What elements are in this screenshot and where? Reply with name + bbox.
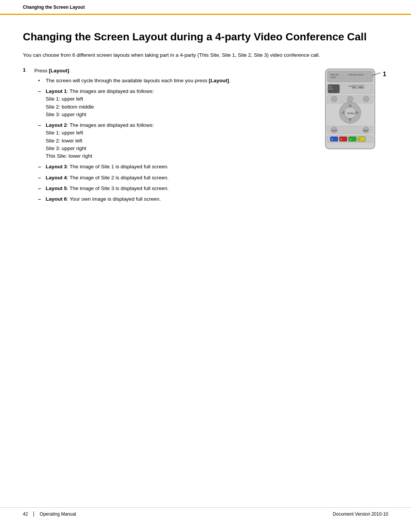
dash-symbol-5: – <box>38 185 43 192</box>
layout2-label: Layout 2 <box>46 122 67 128</box>
dash-symbol-4: – <box>38 174 43 182</box>
footer-right-text: Document Version 2010-10 <box>333 511 388 517</box>
dash-content-layout6: Layout 6: Your own image is displayed fu… <box>46 195 301 203</box>
bullet-list: • The screen will cycle through the avai… <box>38 77 301 85</box>
layout4-text: : The image of Site 2 is displayed full … <box>67 175 169 181</box>
bullet-dot: • <box>38 77 43 85</box>
dash-content-layout3: Layout 3: The image of Site 1 is display… <box>46 163 301 171</box>
svg-text:Video: Video <box>328 86 333 88</box>
footer-label: Operating Manual <box>40 511 76 517</box>
dash-item-layout4: – Layout 4: The image of Site 2 is displ… <box>38 174 301 182</box>
svg-text:B: B <box>331 138 333 141</box>
dash-content-layout4: Layout 4: The image of Site 2 is display… <box>46 174 301 182</box>
layout1-detail2: Site 2: bottom middle <box>46 104 94 110</box>
image-area: 1 Video Out On/Off FullScreen Layout <box>312 67 388 143</box>
layout2-detail4: This Site: lower right <box>46 153 92 159</box>
svg-text:Layout: Layout <box>358 73 364 76</box>
remote-control-svg: Video Out On/Off FullScreen Layout PC Ca… <box>320 67 381 151</box>
dash-content-layout1: Layout 1: The images are displayed as fo… <box>46 88 301 118</box>
footer-left: 42 Operating Manual <box>23 511 76 517</box>
layout2-detail3: Site 3: upper right <box>46 145 86 151</box>
layout2-detail2: Site 2: lower left <box>46 138 82 144</box>
svg-text:G: G <box>350 138 352 141</box>
svg-text:Enter: Enter <box>347 112 355 115</box>
layout2-text: : The images are displayed as follows: <box>67 122 154 128</box>
layout6-label: Layout 6 <box>46 196 67 202</box>
footer-divider <box>33 511 34 517</box>
dash-symbol-2: – <box>38 121 43 129</box>
layout1-text: : The images are displayed as follows: <box>67 88 154 94</box>
svg-text:Home: Home <box>331 129 338 132</box>
dash-item-layout6: – Layout 6: Your own image is displayed … <box>38 195 301 203</box>
layout-bold: [Layout] <box>49 68 69 73</box>
dash-symbol-1: – <box>38 88 43 95</box>
step-text-1: Press [Layout]. <box>34 67 301 75</box>
bullet-text-1: The screen will cycle through the availa… <box>46 77 230 85</box>
dash-item-layout5: – Layout 5: The image of Site 3 is displ… <box>38 185 301 192</box>
page-footer: 42 Operating Manual Document Version 201… <box>0 507 411 521</box>
dash-list: – Layout 1: The images are displayed as … <box>38 88 301 203</box>
step-content-1: Press [Layout]. • The screen will cycle … <box>34 67 301 206</box>
intro-paragraph: You can choose from 6 different screen l… <box>23 51 388 59</box>
dash-item-layout2: – Layout 2: The images are displayed as … <box>38 121 301 160</box>
bullet-item-1: • The screen will cycle through the avai… <box>38 77 301 85</box>
layout3-text: : The image of Site 1 is displayed full … <box>67 164 169 169</box>
dash-item-layout1: – Layout 1: The images are displayed as … <box>38 88 301 118</box>
step-number-1: 1 <box>23 67 30 206</box>
image-number-label: 1 <box>383 71 386 78</box>
svg-point-21 <box>331 96 337 102</box>
header-title: Changing the Screen Layout <box>23 5 85 10</box>
dash-item-layout3: – Layout 3: The image of Site 1 is displ… <box>38 163 301 171</box>
header-bar: Changing the Screen Layout <box>0 0 411 15</box>
footer-right: Document Version 2010-10 <box>333 511 388 517</box>
svg-text:Source: Source <box>328 88 333 90</box>
layout3-label: Layout 3 <box>46 164 67 169</box>
dash-content-layout2: Layout 2: The images are displayed as fo… <box>46 121 301 160</box>
remote-control-image: 1 Video Out On/Off FullScreen Layout <box>320 67 381 143</box>
dash-content-layout5: Layout 5: The image of Site 3 is display… <box>46 185 301 192</box>
main-content: Changing the Screen Layout during a 4-pa… <box>0 15 411 233</box>
svg-text:Main: Main <box>359 86 363 88</box>
svg-text:On/Off: On/Off <box>330 76 336 78</box>
svg-point-23 <box>363 96 369 102</box>
dash-symbol-3: – <box>38 163 43 171</box>
page-title: Changing the Screen Layout during a 4-pa… <box>23 30 388 44</box>
page-container: Changing the Screen Layout Changing the … <box>0 0 411 532</box>
footer-page-number: 42 <box>23 511 28 517</box>
layout1-detail3: Site 3: upper right <box>46 112 86 117</box>
layout4-label: Layout 4 <box>46 175 67 181</box>
layout5-label: Layout 5 <box>46 185 67 191</box>
layout6-text: : Your own image is displayed full scree… <box>67 196 161 202</box>
svg-text:Video Out: Video Out <box>330 73 339 76</box>
svg-text:Std: Std <box>352 86 355 88</box>
svg-text:R: R <box>341 138 342 141</box>
svg-text:Y: Y <box>359 138 360 141</box>
layout2-detail1: Site 1: upper left <box>46 130 83 136</box>
dash-symbol-6: – <box>38 195 43 203</box>
svg-text:FullScreen: FullScreen <box>348 73 357 76</box>
text-content: 1 Press [Layout]. • The screen will <box>23 67 301 210</box>
step-item-1: 1 Press [Layout]. • The screen will <box>23 67 301 206</box>
content-with-image: 1 Press [Layout]. • The screen will <box>23 67 388 210</box>
layout1-detail1: Site 1: upper left <box>46 96 83 102</box>
layout1-label: Layout 1 <box>46 88 67 94</box>
step-list: 1 Press [Layout]. • The screen will <box>23 67 301 206</box>
svg-point-22 <box>347 96 353 102</box>
layout5-text: : The image of Site 3 is displayed full … <box>67 185 169 191</box>
svg-text:Back: Back <box>363 129 368 132</box>
layout-bold-2: [Layout] <box>209 78 229 83</box>
